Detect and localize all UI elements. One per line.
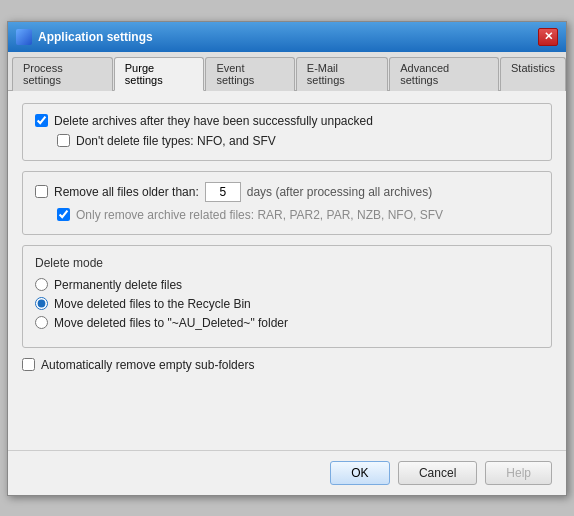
radio-recycle-row: Move deleted files to the Recycle Bin [35,297,539,311]
dont-delete-row: Don't delete file types: NFO, and SFV [57,134,539,148]
title-bar: Application settings ✕ [8,22,566,52]
remove-old-label[interactable]: Remove all files older than: [54,185,199,199]
delete-archives-group: Delete archives after they have been suc… [22,103,552,161]
tab-statistics[interactable]: Statistics [500,57,566,91]
delete-mode-label: Delete mode [35,256,539,270]
remove-old-row: Remove all files older than: days (after… [35,182,539,202]
title-bar-left: Application settings [16,29,153,45]
delete-mode-group: Delete mode Permanently delete files Mov… [22,245,552,348]
remove-old-group: Remove all files older than: days (after… [22,171,552,235]
only-remove-label[interactable]: Only remove archive related files: RAR, … [76,208,443,222]
ok-button[interactable]: OK [330,461,390,485]
close-button[interactable]: ✕ [538,28,558,46]
dont-delete-label[interactable]: Don't delete file types: NFO, and SFV [76,134,276,148]
application-window: Application settings ✕ Process settings … [7,21,567,496]
tab-bar: Process settings Purge settings Event se… [8,52,566,91]
bottom-bar: OK Cancel Help [8,450,566,495]
radio-recycle-label[interactable]: Move deleted files to the Recycle Bin [54,297,251,311]
window-title: Application settings [38,30,153,44]
tab-advanced[interactable]: Advanced settings [389,57,499,91]
radio-au-folder-row: Move deleted files to "~AU_Deleted~" fol… [35,316,539,330]
days-suffix-label: days (after processing all archives) [247,185,432,199]
cancel-button[interactable]: Cancel [398,461,477,485]
radio-permanently[interactable] [35,278,48,291]
help-button[interactable]: Help [485,461,552,485]
delete-archives-checkbox[interactable] [35,114,48,127]
only-remove-checkbox[interactable] [57,208,70,221]
tab-process[interactable]: Process settings [12,57,113,91]
tab-content: Delete archives after they have been suc… [8,91,566,450]
delete-archives-label[interactable]: Delete archives after they have been suc… [54,114,373,128]
tab-event[interactable]: Event settings [205,57,294,91]
auto-remove-row: Automatically remove empty sub-folders [22,358,552,372]
remove-old-checkbox[interactable] [35,185,48,198]
delete-archives-row: Delete archives after they have been suc… [35,114,539,128]
radio-au-folder[interactable] [35,316,48,329]
radio-permanently-label[interactable]: Permanently delete files [54,278,182,292]
auto-remove-checkbox[interactable] [22,358,35,371]
only-remove-row: Only remove archive related files: RAR, … [35,208,539,222]
radio-recycle[interactable] [35,297,48,310]
radio-permanently-row: Permanently delete files [35,278,539,292]
tab-purge[interactable]: Purge settings [114,57,205,91]
tab-email[interactable]: E-Mail settings [296,57,388,91]
auto-remove-label[interactable]: Automatically remove empty sub-folders [41,358,254,372]
dont-delete-checkbox[interactable] [57,134,70,147]
days-input[interactable] [205,182,241,202]
radio-au-folder-label[interactable]: Move deleted files to "~AU_Deleted~" fol… [54,316,288,330]
spacer [22,378,552,438]
app-icon [16,29,32,45]
